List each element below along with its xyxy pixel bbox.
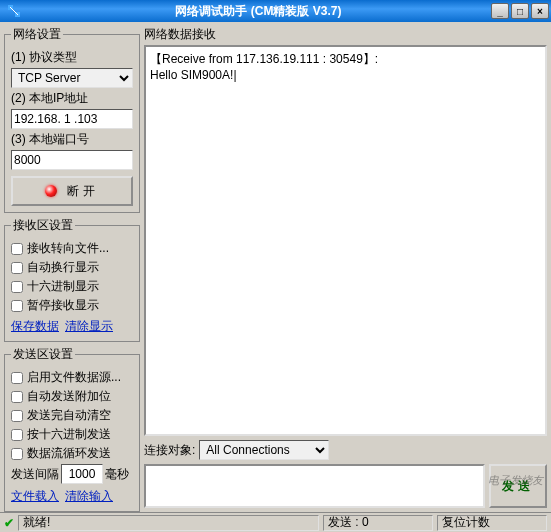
interval-label-pre: 发送间隔 <box>11 466 59 483</box>
ready-icon: ✔ <box>4 516 14 530</box>
recv-opt-redirect[interactable]: 接收转向文件... <box>11 240 133 257</box>
send-opt-file[interactable]: 启用文件数据源... <box>11 369 133 386</box>
clear-display-link[interactable]: 清除显示 <box>65 318 113 335</box>
save-data-link[interactable]: 保存数据 <box>11 318 59 335</box>
local-port-input[interactable] <box>11 150 133 170</box>
status-ready: 就绪! <box>18 515 319 531</box>
send-textarea[interactable] <box>144 464 485 508</box>
recv-opt-pause-check[interactable] <box>11 300 23 312</box>
send-opt-clear-check[interactable] <box>11 410 23 422</box>
local-ip-label: (2) 本地IP地址 <box>11 90 133 107</box>
recv-opt-redirect-check[interactable] <box>11 243 23 255</box>
send-settings-legend: 发送区设置 <box>11 346 75 363</box>
recv-settings-legend: 接收区设置 <box>11 217 75 234</box>
titlebar: 网络调试助手 (CM精装版 V3.7) _ □ × <box>0 0 551 22</box>
app-icon <box>6 3 22 19</box>
send-opt-loop[interactable]: 数据流循环发送 <box>11 445 133 462</box>
close-button[interactable]: × <box>531 3 549 19</box>
disconnect-button-label: 断开 <box>67 183 99 200</box>
local-port-label: (3) 本地端口号 <box>11 131 133 148</box>
protocol-type-select[interactable]: TCP Server <box>11 68 133 88</box>
clear-input-link[interactable]: 清除输入 <box>65 488 113 505</box>
interval-input[interactable] <box>61 464 103 484</box>
protocol-type-label: (1) 协议类型 <box>11 49 133 66</box>
send-button[interactable]: 发送 <box>489 464 547 508</box>
file-load-link[interactable]: 文件载入 <box>11 488 59 505</box>
status-reset[interactable]: 复位计数 <box>437 515 547 531</box>
record-icon <box>45 185 57 197</box>
recv-opt-wrap[interactable]: 自动换行显示 <box>11 259 133 276</box>
right-panel: 网络数据接收 【Receive from 117.136.19.111 : 30… <box>144 26 547 508</box>
send-opt-clear[interactable]: 发送完自动清空 <box>11 407 133 424</box>
connection-label: 连接对象: <box>144 442 195 459</box>
left-panel: 网络设置 (1) 协议类型 TCP Server (2) 本地IP地址 (3) … <box>4 26 140 508</box>
window-title: 网络调试助手 (CM精装版 V3.7) <box>26 3 491 20</box>
recv-opt-wrap-check[interactable] <box>11 262 23 274</box>
connection-select[interactable]: All Connections <box>199 440 329 460</box>
recv-opt-hex[interactable]: 十六进制显示 <box>11 278 133 295</box>
local-ip-input[interactable] <box>11 109 133 129</box>
disconnect-button[interactable]: 断开 <box>11 176 133 206</box>
maximize-button[interactable]: □ <box>511 3 529 19</box>
status-send-count: 发送 : 0 <box>323 515 433 531</box>
recv-panel-title: 网络数据接收 <box>144 26 547 43</box>
send-opt-file-check[interactable] <box>11 372 23 384</box>
send-opt-append[interactable]: 自动发送附加位 <box>11 388 133 405</box>
network-settings-legend: 网络设置 <box>11 26 63 43</box>
recv-settings-group: 接收区设置 接收转向文件... 自动换行显示 十六进制显示 暂停接收显示 保存数… <box>4 217 140 342</box>
statusbar: ✔ 就绪! 发送 : 0 复位计数 <box>0 512 551 532</box>
send-opt-append-check[interactable] <box>11 391 23 403</box>
recv-opt-pause[interactable]: 暂停接收显示 <box>11 297 133 314</box>
recv-opt-hex-check[interactable] <box>11 281 23 293</box>
send-opt-hex-check[interactable] <box>11 429 23 441</box>
interval-label-post: 毫秒 <box>105 466 129 483</box>
svg-line-2 <box>10 7 18 15</box>
recv-textarea[interactable]: 【Receive from 117.136.19.111 : 30549】: H… <box>144 45 547 436</box>
send-settings-group: 发送区设置 启用文件数据源... 自动发送附加位 发送完自动清空 按十六进制发送… <box>4 346 140 512</box>
network-settings-group: 网络设置 (1) 协议类型 TCP Server (2) 本地IP地址 (3) … <box>4 26 140 213</box>
send-opt-hex[interactable]: 按十六进制发送 <box>11 426 133 443</box>
minimize-button[interactable]: _ <box>491 3 509 19</box>
send-opt-loop-check[interactable] <box>11 448 23 460</box>
